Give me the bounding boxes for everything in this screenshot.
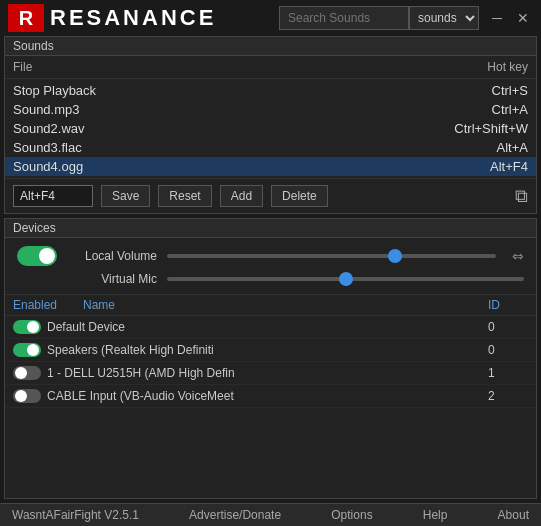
device-id-1: 0 (488, 343, 528, 357)
link-icon[interactable]: ⇔ (512, 248, 524, 264)
sounds-table-header: File Hot key (5, 56, 536, 79)
col-file-header: File (13, 60, 32, 74)
device-toggle-3[interactable] (13, 389, 41, 403)
sound-row-1[interactable]: Sound.mp3 Ctrl+A (5, 100, 536, 119)
device-row-1[interactable]: Speakers (Realtek High Definiti 0 (5, 339, 536, 362)
device-toggle-2[interactable] (13, 366, 41, 380)
version-label: WasntAFairFight V2.5.1 (12, 508, 139, 522)
device-toggle-knob-1 (27, 344, 39, 356)
device-id-3: 2 (488, 389, 528, 403)
title-bar: R RESANANCE soundsall ─ ✕ (0, 0, 541, 36)
col-name-header: Name (83, 298, 488, 312)
add-button[interactable]: Add (220, 185, 263, 207)
sound-row-2[interactable]: Sound2.wav Ctrl+Shift+W (5, 119, 536, 138)
reset-button[interactable]: Reset (158, 185, 211, 207)
local-volume-row: Local Volume ⇔ (17, 246, 524, 266)
close-button[interactable]: ✕ (513, 8, 533, 28)
sound-name-4: Sound4.ogg (13, 159, 83, 174)
device-id-2: 1 (488, 366, 528, 380)
devices-section: Devices Local Volume ⇔ Virtual Mic Enabl… (4, 218, 537, 499)
device-toggle-1[interactable] (13, 343, 41, 357)
virtual-mic-row: Virtual Mic (17, 272, 524, 286)
devices-section-header: Devices (5, 219, 536, 238)
sound-row-4[interactable]: Sound4.ogg Alt+F4 (5, 157, 536, 176)
device-toggle-0[interactable] (13, 320, 41, 334)
sound-row-0[interactable]: Stop Playback Ctrl+S (5, 81, 536, 100)
volume-controls: Local Volume ⇔ Virtual Mic (5, 238, 536, 295)
col-id-header: ID (488, 298, 528, 312)
device-row-0[interactable]: Default Device 0 (5, 316, 536, 339)
device-name-0: Default Device (47, 320, 488, 334)
status-bar: WasntAFairFight V2.5.1 Advertise/Donate … (0, 503, 541, 526)
sound-name-2: Sound2.wav (13, 121, 85, 136)
sound-hotkey-0: Ctrl+S (492, 83, 528, 98)
app-name: RESANANCE (50, 5, 279, 31)
search-input[interactable] (279, 6, 409, 30)
logo-letter: R (19, 7, 33, 30)
virtual-mic-slider[interactable] (167, 277, 524, 281)
device-name-3: CABLE Input (VB-Audio VoiceMeet (47, 389, 488, 403)
sound-row-3[interactable]: Sound3.flac Alt+A (5, 138, 536, 157)
devices-table-header: Enabled Name ID (5, 295, 536, 316)
sounds-section-header: Sounds (5, 37, 536, 56)
window-controls: ─ ✕ (487, 8, 533, 28)
copy-icon[interactable]: ⧉ (515, 186, 528, 207)
sound-name-0: Stop Playback (13, 83, 96, 98)
device-toggle-knob-2 (15, 367, 27, 379)
sounds-dropdown[interactable]: soundsall (409, 6, 479, 30)
save-button[interactable]: Save (101, 185, 150, 207)
device-toggle-knob-3 (15, 390, 27, 402)
local-volume-slider[interactable] (167, 254, 496, 258)
hotkey-input[interactable] (13, 185, 93, 207)
virtual-mic-label: Virtual Mic (67, 272, 157, 286)
about-link[interactable]: About (498, 508, 529, 522)
device-row-2[interactable]: 1 - DELL U2515H (AMD High Defin 1 (5, 362, 536, 385)
local-volume-slider-container (167, 254, 496, 258)
col-enabled-header: Enabled (13, 298, 83, 312)
device-toggle-knob-0 (27, 321, 39, 333)
sounds-controls: Save Reset Add Delete ⧉ (5, 178, 536, 213)
delete-button[interactable]: Delete (271, 185, 328, 207)
sounds-section: Sounds File Hot key Stop Playback Ctrl+S… (4, 36, 537, 214)
sound-hotkey-3: Alt+A (497, 140, 528, 155)
virtual-mic-slider-container (167, 277, 524, 281)
device-name-1: Speakers (Realtek High Definiti (47, 343, 488, 357)
options-link[interactable]: Options (331, 508, 372, 522)
sound-name-3: Sound3.flac (13, 140, 82, 155)
sound-hotkey-1: Ctrl+A (492, 102, 528, 117)
help-link[interactable]: Help (423, 508, 448, 522)
device-name-2: 1 - DELL U2515H (AMD High Defin (47, 366, 488, 380)
local-volume-label: Local Volume (67, 249, 157, 263)
minimize-button[interactable]: ─ (487, 8, 507, 28)
local-volume-knob (39, 248, 55, 264)
sound-name-1: Sound.mp3 (13, 102, 80, 117)
advertise-link[interactable]: Advertise/Donate (189, 508, 281, 522)
device-row-3[interactable]: CABLE Input (VB-Audio VoiceMeet 2 (5, 385, 536, 408)
col-hotkey-header: Hot key (487, 60, 528, 74)
devices-list: Default Device 0 Speakers (Realtek High … (5, 316, 536, 408)
sound-hotkey-4: Alt+F4 (490, 159, 528, 174)
sounds-list: Stop Playback Ctrl+S Sound.mp3 Ctrl+A So… (5, 79, 536, 178)
local-volume-toggle[interactable] (17, 246, 57, 266)
device-id-0: 0 (488, 320, 528, 334)
sound-hotkey-2: Ctrl+Shift+W (454, 121, 528, 136)
logo-box: R (8, 4, 44, 32)
